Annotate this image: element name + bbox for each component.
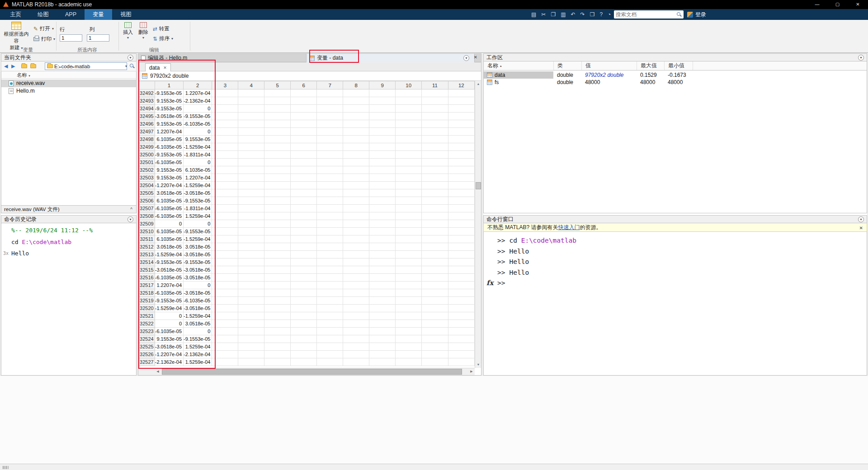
cell[interactable] — [343, 120, 369, 128]
cell[interactable] — [238, 305, 264, 312]
row-header-32515[interactable]: 32515 — [139, 266, 155, 274]
scroll-down-icon[interactable]: ▼ — [475, 362, 481, 368]
cell[interactable] — [291, 113, 317, 120]
cell[interactable] — [264, 305, 291, 312]
cell[interactable] — [369, 128, 396, 136]
cell[interactable] — [396, 335, 422, 343]
cell[interactable] — [448, 136, 474, 143]
cell[interactable] — [238, 274, 264, 282]
cell[interactable] — [238, 351, 264, 358]
cell[interactable] — [317, 282, 343, 289]
cell[interactable] — [212, 228, 238, 235]
cell[interactable] — [422, 205, 448, 212]
row-header-32520[interactable]: 32520 — [139, 305, 155, 312]
cell[interactable] — [369, 312, 396, 320]
cell[interactable] — [264, 89, 291, 97]
cell[interactable] — [238, 143, 264, 151]
cell[interactable] — [212, 174, 238, 182]
paste-icon[interactable]: ▥ — [561, 11, 566, 18]
cell[interactable] — [238, 258, 264, 266]
cell[interactable]: 0 — [184, 282, 212, 289]
cell[interactable] — [238, 166, 264, 174]
cell[interactable] — [422, 174, 448, 182]
ribbon-tab-APP[interactable]: APP — [57, 9, 85, 20]
cell[interactable] — [238, 251, 264, 258]
cell[interactable] — [448, 120, 474, 128]
cell[interactable] — [343, 212, 369, 220]
cell[interactable] — [212, 120, 238, 128]
cell[interactable] — [448, 128, 474, 136]
cell[interactable] — [238, 197, 264, 205]
cell[interactable] — [396, 228, 422, 235]
cell[interactable] — [291, 274, 317, 282]
cell[interactable]: 0 — [184, 220, 212, 228]
cell[interactable] — [264, 212, 291, 220]
cell[interactable]: 9.1553e-05 — [155, 166, 183, 174]
row-header-32494[interactable]: 32494 — [139, 105, 155, 113]
cell[interactable] — [212, 335, 238, 343]
cell[interactable]: -9.1553e-05 — [155, 89, 183, 97]
file-row[interactable]: Hello.m — [1, 87, 136, 95]
cell[interactable] — [422, 97, 448, 105]
cell[interactable]: -6.1035e-05 — [155, 289, 183, 297]
cell[interactable] — [238, 89, 264, 97]
cell[interactable] — [448, 151, 474, 159]
cell[interactable] — [448, 174, 474, 182]
cell[interactable] — [396, 274, 422, 282]
row-header-32512[interactable]: 32512 — [139, 243, 155, 251]
cell[interactable] — [448, 197, 474, 205]
cell[interactable] — [264, 220, 291, 228]
cell[interactable] — [343, 182, 369, 189]
cell[interactable]: 1.5259e-04 — [184, 358, 212, 366]
cell[interactable] — [396, 182, 422, 189]
cell[interactable] — [422, 235, 448, 243]
cell[interactable]: 0 — [184, 105, 212, 113]
cell[interactable] — [369, 89, 396, 97]
column-header-9[interactable]: 9 — [369, 81, 396, 89]
cell[interactable] — [264, 351, 291, 358]
cell[interactable] — [422, 305, 448, 312]
breadcrumb-item[interactable]: matlab — [75, 64, 90, 69]
cell[interactable]: 3.0518e-05 — [184, 320, 212, 328]
breadcrumb-item[interactable]: code — [61, 64, 72, 69]
cell[interactable] — [317, 343, 343, 351]
cell[interactable] — [422, 120, 448, 128]
cell[interactable]: -9.1553e-05 — [184, 113, 212, 120]
cell[interactable] — [264, 136, 291, 143]
cell[interactable] — [369, 220, 396, 228]
cell[interactable] — [264, 289, 291, 297]
cell[interactable]: 1.2207e-04 — [155, 128, 183, 136]
panel-menu-icon[interactable]: ▾ — [463, 55, 469, 61]
cell[interactable] — [291, 97, 317, 105]
cell[interactable] — [238, 120, 264, 128]
cell[interactable] — [291, 351, 317, 358]
cell[interactable] — [396, 328, 422, 335]
cell[interactable]: 6.1035e-05 — [155, 228, 183, 235]
cell[interactable] — [264, 258, 291, 266]
cell[interactable] — [448, 328, 474, 335]
cell[interactable]: -1.2207e-04 — [155, 182, 183, 189]
cell[interactable]: -1.5259e-04 — [155, 251, 183, 258]
cell[interactable] — [317, 335, 343, 343]
cell[interactable] — [448, 143, 474, 151]
cell[interactable] — [422, 143, 448, 151]
document-tab-editor[interactable]: 编辑器 - Hello.m — [138, 54, 307, 62]
cell[interactable] — [343, 243, 369, 251]
cell[interactable] — [369, 197, 396, 205]
cell[interactable] — [264, 312, 291, 320]
cell[interactable] — [369, 235, 396, 243]
cell[interactable]: 1.2207e-04 — [184, 174, 212, 182]
cell[interactable]: 1.5259e-04 — [184, 212, 212, 220]
cell[interactable] — [422, 251, 448, 258]
cell[interactable]: -6.1035e-05 — [155, 205, 183, 212]
cell[interactable] — [212, 328, 238, 335]
cell[interactable] — [291, 89, 317, 97]
cell[interactable]: -6.1035e-05 — [155, 159, 183, 166]
cell[interactable] — [238, 282, 264, 289]
cell[interactable] — [264, 120, 291, 128]
cell[interactable] — [291, 335, 317, 343]
cell[interactable] — [343, 189, 369, 197]
cell[interactable] — [396, 320, 422, 328]
cell[interactable] — [291, 289, 317, 297]
row-header-32497[interactable]: 32497 — [139, 128, 155, 136]
